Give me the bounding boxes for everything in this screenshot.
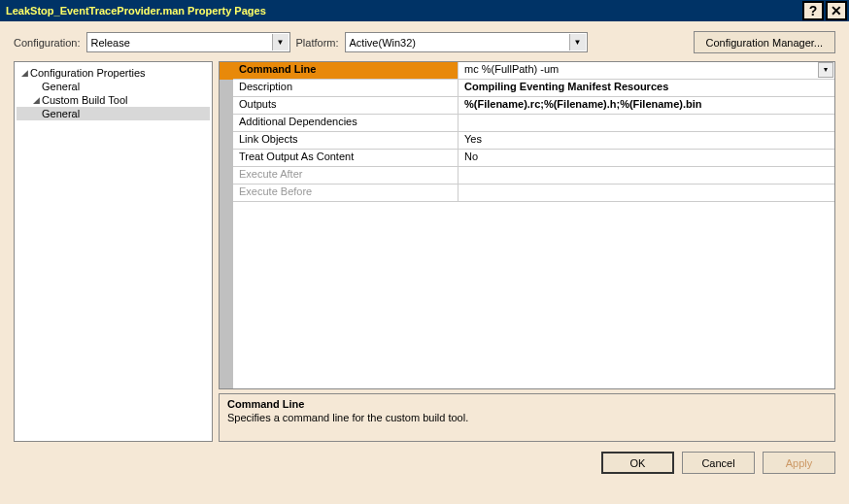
property-value[interactable]: mc %(FullPath) -um▾ xyxy=(458,62,834,79)
property-name: Link Objects xyxy=(233,132,458,149)
property-row[interactable]: Execute After xyxy=(233,167,834,185)
tree-node-custom-build-general[interactable]: General xyxy=(17,107,210,120)
configuration-manager-button[interactable]: Configuration Manager... xyxy=(694,31,835,53)
tree-node-configuration-properties[interactable]: ◢ Configuration Properties xyxy=(17,66,210,80)
apply-button[interactable]: Apply xyxy=(763,452,835,474)
configuration-label: Configuration: xyxy=(14,37,81,49)
cancel-button[interactable]: Cancel xyxy=(682,452,755,474)
property-value[interactable]: No xyxy=(458,150,834,166)
property-value[interactable] xyxy=(458,115,834,131)
property-value[interactable] xyxy=(458,185,834,201)
tree-node-general[interactable]: General xyxy=(17,80,210,93)
dialog-footer: OK Cancel Apply xyxy=(0,442,849,484)
platform-value: Active(Win32) xyxy=(350,37,416,49)
property-name: Command Line xyxy=(233,62,458,79)
property-name: Description xyxy=(233,80,458,96)
property-name: Execute After xyxy=(233,167,458,184)
property-row[interactable]: Additional Dependencies xyxy=(233,115,834,132)
description-text: Specifies a command line for the custom … xyxy=(227,412,827,423)
property-row[interactable]: DescriptionCompiling Eventing Manifest R… xyxy=(233,80,834,97)
platform-dropdown[interactable]: Active(Win32) ▼ xyxy=(345,32,588,52)
property-row[interactable]: Command Linemc %(FullPath) -um▾ xyxy=(233,62,834,80)
tree-label: General xyxy=(42,108,80,119)
property-value[interactable]: Yes xyxy=(458,132,834,149)
chevron-down-icon[interactable]: ▾ xyxy=(818,62,833,78)
grid-gutter xyxy=(220,80,233,388)
grid-selection-marker xyxy=(220,62,233,80)
tree-node-custom-build-tool[interactable]: ◢ Custom Build Tool xyxy=(17,93,210,107)
description-title: Command Line xyxy=(227,398,827,410)
expand-arrow-icon: ◢ xyxy=(18,68,30,78)
property-value[interactable]: Compiling Eventing Manifest Resources xyxy=(458,80,834,96)
property-value[interactable] xyxy=(458,167,834,184)
property-name: Treat Output As Content xyxy=(233,150,458,166)
ok-button[interactable]: OK xyxy=(601,452,674,474)
help-button[interactable]: ? xyxy=(802,1,824,20)
close-button[interactable]: ✕ xyxy=(826,1,847,20)
property-row[interactable]: Link ObjectsYes xyxy=(233,132,834,150)
expand-arrow-icon: ◢ xyxy=(30,95,42,105)
chevron-down-icon: ▼ xyxy=(272,34,289,50)
property-name: Outputs xyxy=(233,97,458,114)
description-panel: Command Line Specifies a command line fo… xyxy=(219,393,835,442)
tree-label: General xyxy=(42,81,80,92)
chevron-down-icon: ▼ xyxy=(569,34,586,50)
tree-label: Custom Build Tool xyxy=(42,94,127,106)
property-grid: Command Linemc %(FullPath) -um▾Descripti… xyxy=(219,61,835,389)
configuration-value: Release xyxy=(91,37,130,49)
property-name: Execute Before xyxy=(233,185,458,201)
window-title: LeakStop_EventTraceProvider.man Property… xyxy=(6,5,266,17)
property-row[interactable]: Treat Output As ContentNo xyxy=(233,150,834,167)
property-name: Additional Dependencies xyxy=(233,115,458,131)
configuration-dropdown[interactable]: Release ▼ xyxy=(86,32,290,52)
property-value[interactable]: %(Filename).rc;%(Filename).h;%(Filename)… xyxy=(458,97,834,114)
navigation-tree[interactable]: ◢ Configuration Properties General ◢ Cus… xyxy=(14,61,213,442)
property-row[interactable]: Outputs%(Filename).rc;%(Filename).h;%(Fi… xyxy=(233,97,834,115)
property-row[interactable]: Execute Before xyxy=(233,185,834,202)
titlebar: LeakStop_EventTraceProvider.man Property… xyxy=(0,0,849,21)
tree-label: Configuration Properties xyxy=(30,67,146,79)
config-toolbar: Configuration: Release ▼ Platform: Activ… xyxy=(0,21,849,61)
platform-label: Platform: xyxy=(296,37,339,49)
